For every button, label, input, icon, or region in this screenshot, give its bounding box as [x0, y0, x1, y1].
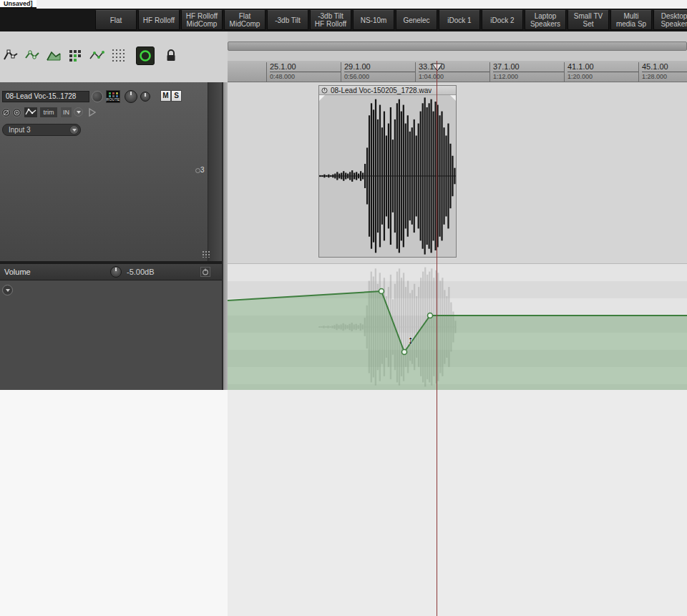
- phase-button[interactable]: [1, 108, 11, 117]
- global-automation-override-icon[interactable]: [136, 47, 155, 65]
- horizontal-scrollbar[interactable]: [228, 41, 687, 51]
- preset-desktop-speaker[interactable]: DesktopSpeaker: [653, 10, 687, 30]
- route-button[interactable]: ROUTE: [106, 90, 120, 103]
- preset-genelec[interactable]: Genelec: [396, 10, 437, 30]
- preset-idock-2[interactable]: iDock 2: [482, 10, 523, 30]
- envelope-button[interactable]: [24, 107, 38, 118]
- route-matrix-icon: [109, 92, 111, 94]
- envelope-fold-button[interactable]: [2, 285, 13, 295]
- envelope-value-knob[interactable]: [110, 266, 122, 278]
- envelope-matrix-icon[interactable]: [66, 47, 84, 65]
- monitor-dropdown[interactable]: [74, 107, 83, 117]
- preset-flat-midcomp[interactable]: FlatMidComp: [224, 10, 265, 30]
- envelope-toolbar: [1, 47, 180, 65]
- timeline-ruler[interactable]: 25.1.000:48.000 29.1.000:56.000 33.1.001…: [228, 61, 687, 82]
- ruler-tick: 41.1.001:20.000: [564, 62, 638, 82]
- envelope-visibility-icon[interactable]: [44, 47, 63, 65]
- ruler-tick: 25.1.000:48.000: [266, 62, 341, 82]
- fx-button[interactable]: [12, 108, 21, 117]
- ruler-tick: 45.1.001:28.000: [638, 62, 687, 82]
- preset-idock-1[interactable]: iDock 1: [439, 10, 480, 30]
- input-monitor-button[interactable]: IN: [60, 107, 72, 118]
- ruler-tick: 33.1.001:04.000: [415, 62, 489, 82]
- empty-arrange-area[interactable]: [228, 390, 687, 616]
- record-arm-button[interactable]: [92, 91, 103, 102]
- waveform: [319, 95, 456, 257]
- preset-laptop-speakers[interactable]: LaptopSpeakers: [525, 10, 566, 30]
- resize-cursor-icon: ↕: [408, 333, 414, 346]
- grid-lines-icon[interactable]: [109, 47, 127, 65]
- window-title: Unsaved]: [0, 0, 36, 9]
- automation-arrow-icon[interactable]: [87, 107, 97, 120]
- media-item-name: 08-Lead Voc-150205_1728.wav: [331, 87, 432, 94]
- panel-splitter[interactable]: [222, 82, 228, 390]
- ruler-tick: 37.1.001:12.000: [489, 62, 564, 82]
- media-item-titlebar[interactable]: 08-Lead Voc-150205_1728.wav: [319, 86, 456, 95]
- preset-flat[interactable]: Flat: [95, 10, 137, 30]
- lock-icon[interactable]: [162, 47, 180, 65]
- fade-out-handle[interactable]: [450, 95, 456, 101]
- preset-hf-rolloff[interactable]: HF Rolloff: [138, 10, 180, 30]
- envelope-header-row: Volume -5.00dB: [0, 263, 222, 280]
- media-item-body[interactable]: [319, 95, 456, 257]
- track-number: 3: [200, 166, 205, 174]
- empty-panel-area: [0, 390, 228, 616]
- pan-knob[interactable]: [140, 92, 150, 102]
- solo-button[interactable]: S: [171, 90, 182, 102]
- item-volume-knob-icon[interactable]: [321, 87, 328, 94]
- playhead-marker[interactable]: [432, 62, 443, 74]
- trim-mode-button[interactable]: trim: [39, 107, 58, 118]
- panel-resize-grip[interactable]: [202, 250, 211, 258]
- preset-small-tv-set[interactable]: Small TVSet: [567, 10, 609, 30]
- volume-envelope-icon[interactable]: [1, 47, 20, 65]
- envelope-panel: [0, 280, 222, 390]
- monitor-preset-toolbar: Flat HF Rolloff HF RolloffMidComp FlatMi…: [0, 9, 687, 31]
- edit-cursor-line: [437, 61, 437, 616]
- input-dropdown-icon[interactable]: [69, 125, 79, 135]
- ruler-tick: 29.1.000:56.000: [341, 62, 415, 82]
- mute-button[interactable]: M: [160, 90, 171, 102]
- preset-hf-rolloff-midcomp[interactable]: HF RolloffMidComp: [181, 10, 223, 30]
- envelope-name-label: Volume: [4, 264, 31, 280]
- preset-3db-tilt-hf-rolloff[interactable]: -3db TiltHF Rolloff: [310, 10, 351, 30]
- envelope-value: -5.00dB: [127, 264, 155, 280]
- envelope-points-icon[interactable]: [87, 47, 106, 65]
- toolbar-area: [0, 31, 228, 82]
- input-selector[interactable]: Input 3: [2, 124, 81, 136]
- pan-envelope-icon[interactable]: [23, 47, 42, 65]
- group-indicator: [195, 168, 200, 173]
- preset-3db-tilt[interactable]: -3db Tilt: [267, 10, 308, 30]
- track-lane[interactable]: 08-Lead Voc-150205_1728.wav: [228, 82, 687, 263]
- fade-in-handle[interactable]: [319, 95, 325, 101]
- track-meter: [208, 82, 222, 261]
- track-panel: 08-Lead Voc-15..1728 ROUTE M S trim IN I…: [0, 82, 222, 261]
- preset-multi-media-sp[interactable]: Multimedia Sp: [610, 10, 652, 30]
- volume-knob[interactable]: [125, 90, 137, 103]
- envelope-bypass-button[interactable]: [200, 267, 210, 277]
- titlebar: Unsaved]: [0, 0, 687, 9]
- preset-ns-10m[interactable]: NS-10m: [353, 10, 394, 30]
- volume-envelope[interactable]: [228, 264, 687, 391]
- envelope-lane[interactable]: ↕: [228, 263, 687, 390]
- track-name-field[interactable]: 08-Lead Voc-15..1728: [2, 91, 89, 102]
